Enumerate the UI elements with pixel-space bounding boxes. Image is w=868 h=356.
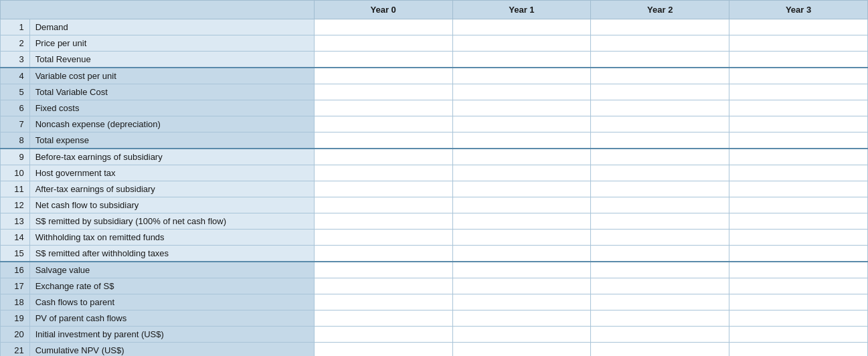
- data-cell[interactable]: [452, 84, 591, 100]
- data-cell[interactable]: [314, 132, 452, 149]
- data-cell[interactable]: [452, 52, 591, 68]
- data-cell[interactable]: [729, 181, 868, 197]
- data-cell[interactable]: [729, 52, 868, 68]
- data-cell[interactable]: [591, 68, 729, 84]
- data-cell[interactable]: [591, 35, 729, 52]
- data-cell[interactable]: [314, 35, 452, 52]
- data-cell[interactable]: [591, 213, 729, 230]
- data-cell[interactable]: [452, 246, 591, 262]
- data-cell[interactable]: [729, 213, 868, 230]
- data-cell[interactable]: [729, 294, 868, 310]
- data-cell[interactable]: [314, 310, 452, 327]
- header-year0: Year 0: [314, 1, 452, 19]
- row-number: 17: [1, 278, 30, 294]
- data-cell[interactable]: [314, 52, 452, 68]
- data-cell[interactable]: [452, 165, 591, 181]
- data-cell[interactable]: [314, 68, 452, 84]
- data-cell[interactable]: [591, 294, 729, 310]
- data-cell[interactable]: [729, 165, 868, 181]
- data-cell[interactable]: [729, 132, 868, 149]
- data-cell[interactable]: [452, 100, 591, 116]
- table-row: 4Variable cost per unit: [1, 68, 868, 84]
- row-number: 18: [1, 294, 30, 310]
- data-cell[interactable]: [452, 19, 591, 35]
- row-number: 21: [1, 343, 30, 357]
- data-cell[interactable]: [452, 213, 591, 230]
- data-cell[interactable]: [729, 100, 868, 116]
- data-cell[interactable]: [729, 84, 868, 100]
- data-cell[interactable]: [729, 278, 868, 294]
- data-cell[interactable]: [729, 230, 868, 246]
- row-label: Host government tax: [29, 165, 314, 181]
- data-cell[interactable]: [452, 116, 591, 132]
- data-cell[interactable]: [452, 68, 591, 84]
- table-row: 7Noncash expense (depreciation): [1, 116, 868, 132]
- data-cell[interactable]: [591, 52, 729, 68]
- data-cell[interactable]: [729, 310, 868, 327]
- data-cell[interactable]: [591, 132, 729, 149]
- data-cell[interactable]: [314, 149, 452, 165]
- data-cell[interactable]: [591, 343, 729, 357]
- data-cell[interactable]: [314, 197, 452, 213]
- data-cell[interactable]: [452, 181, 591, 197]
- data-cell[interactable]: [729, 19, 868, 35]
- data-cell[interactable]: [729, 246, 868, 262]
- data-cell[interactable]: [314, 327, 452, 343]
- data-cell[interactable]: [314, 213, 452, 230]
- data-cell[interactable]: [452, 230, 591, 246]
- table-row: 2Price per unit: [1, 35, 868, 52]
- spreadsheet-table: Year 0 Year 1 Year 2 Year 3 1Demand2Pric…: [0, 0, 868, 356]
- data-cell[interactable]: [314, 100, 452, 116]
- data-cell[interactable]: [314, 294, 452, 310]
- data-cell[interactable]: [729, 149, 868, 165]
- data-cell[interactable]: [452, 132, 591, 149]
- data-cell[interactable]: [314, 246, 452, 262]
- data-cell[interactable]: [729, 197, 868, 213]
- data-cell[interactable]: [591, 246, 729, 262]
- data-cell[interactable]: [314, 116, 452, 132]
- row-label: After-tax earnings of subsidiary: [29, 181, 314, 197]
- data-cell[interactable]: [314, 278, 452, 294]
- data-cell[interactable]: [729, 343, 868, 357]
- data-cell[interactable]: [591, 262, 729, 278]
- header-year1: Year 1: [452, 1, 591, 19]
- data-cell[interactable]: [452, 197, 591, 213]
- data-cell[interactable]: [591, 278, 729, 294]
- row-number: 5: [1, 84, 30, 100]
- data-cell[interactable]: [452, 278, 591, 294]
- data-cell[interactable]: [314, 230, 452, 246]
- data-cell[interactable]: [591, 165, 729, 181]
- data-cell[interactable]: [452, 327, 591, 343]
- data-cell[interactable]: [314, 165, 452, 181]
- data-cell[interactable]: [452, 149, 591, 165]
- data-cell[interactable]: [314, 19, 452, 35]
- row-number: 3: [1, 52, 30, 68]
- data-cell[interactable]: [591, 149, 729, 165]
- data-cell[interactable]: [452, 262, 591, 278]
- data-cell[interactable]: [729, 327, 868, 343]
- data-cell[interactable]: [591, 197, 729, 213]
- data-cell[interactable]: [591, 181, 729, 197]
- data-cell[interactable]: [591, 310, 729, 327]
- data-cell[interactable]: [314, 84, 452, 100]
- data-cell[interactable]: [314, 343, 452, 357]
- data-cell[interactable]: [591, 19, 729, 35]
- data-cell[interactable]: [452, 343, 591, 357]
- data-cell[interactable]: [591, 84, 729, 100]
- data-cell[interactable]: [729, 35, 868, 52]
- data-cell[interactable]: [591, 100, 729, 116]
- data-cell[interactable]: [729, 116, 868, 132]
- data-cell[interactable]: [591, 230, 729, 246]
- row-number: 1: [1, 19, 30, 35]
- data-cell[interactable]: [452, 35, 591, 52]
- row-label: Total Variable Cost: [29, 84, 314, 100]
- data-cell[interactable]: [591, 327, 729, 343]
- data-cell[interactable]: [591, 116, 729, 132]
- data-cell[interactable]: [314, 181, 452, 197]
- data-cell[interactable]: [729, 262, 868, 278]
- row-label: Exchange rate of S$: [29, 278, 314, 294]
- data-cell[interactable]: [452, 294, 591, 310]
- data-cell[interactable]: [452, 310, 591, 327]
- data-cell[interactable]: [729, 68, 868, 84]
- data-cell[interactable]: [314, 262, 452, 278]
